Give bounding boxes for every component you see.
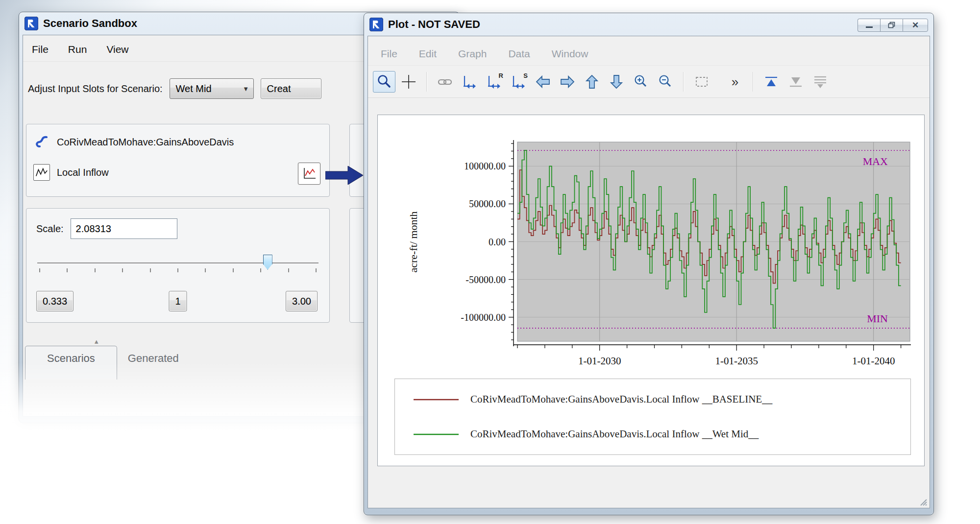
- scale-slider-handle[interactable]: [263, 255, 272, 270]
- legend-entry-wetmid[interactable]: CoRivMeadToMohave:GainsAboveDavis.Local …: [395, 428, 910, 440]
- max-label: MAX: [863, 155, 888, 167]
- toolbar-overflow-button[interactable]: »: [724, 71, 746, 93]
- y-tick-label: 100000.00: [464, 161, 506, 171]
- x-tick-label: 1-01-2035: [715, 355, 758, 367]
- input-slot-groupbox: CoRivMeadToMohave:GainsAboveDavis Local …: [26, 124, 330, 197]
- slider-ticks: [39, 268, 317, 272]
- scale-value-input[interactable]: [71, 218, 177, 239]
- legend-entry-baseline[interactable]: CoRivMeadToMohave:GainsAboveDavis.Local …: [395, 393, 910, 405]
- x-tick-label: 1-01-2040: [852, 355, 895, 367]
- plot-content: File Edit Graph Data Window: [368, 36, 930, 508]
- menu-item-run[interactable]: Run: [68, 44, 87, 55]
- menu-item-edit[interactable]: Edit: [419, 48, 437, 60]
- scale-row: Scale:: [36, 218, 177, 239]
- axis-letter-s: S: [523, 72, 528, 79]
- chevron-double-right-icon: »: [729, 75, 741, 88]
- zoom-select-button[interactable]: [373, 71, 395, 93]
- menu-item-view[interactable]: View: [106, 44, 128, 55]
- adjust-slots-row: Adjust Input Slots for Scenario: Wet Mid…: [28, 78, 321, 99]
- maximize-button[interactable]: [880, 19, 903, 32]
- riverware-logo-icon: [24, 17, 38, 30]
- pan-right-button[interactable]: [556, 71, 579, 93]
- y-axis-title: acre-ft/ month: [407, 211, 419, 272]
- lines-triangle-down-icon: [812, 74, 828, 90]
- chevron-down-icon: ▼: [239, 85, 253, 93]
- sandbox-title: Scenario Sandbox: [43, 17, 137, 30]
- y-tick-label: 50000.00: [469, 198, 506, 209]
- open-plot-button[interactable]: [298, 163, 320, 185]
- select-region-button[interactable]: [690, 71, 713, 93]
- minimize-button[interactable]: [858, 19, 880, 32]
- tab-generated[interactable]: Generated: [128, 352, 179, 380]
- mini-plot-icon: [300, 166, 318, 182]
- menu-item-data[interactable]: Data: [508, 48, 530, 60]
- desktop: Scenario Sandbox File Run View Adjust In…: [0, 0, 980, 524]
- pan-down-button[interactable]: [605, 71, 628, 93]
- minimize-icon: [866, 26, 873, 28]
- legend-label-wetmid: CoRivMeadToMohave:GainsAboveDavis.Local …: [470, 428, 759, 440]
- scale-min-button[interactable]: 0.333: [36, 291, 74, 311]
- pan-up-button[interactable]: [581, 71, 603, 93]
- zoom-out-icon: [658, 74, 673, 90]
- plot-panel: MAXMIN100000.0050000.000.00-50000.00-100…: [377, 115, 925, 466]
- menu-item-file[interactable]: File: [32, 44, 49, 55]
- scale-one-button[interactable]: 1: [169, 291, 187, 311]
- slot-object-name: CoRivMeadToMohave:GainsAboveDavis: [57, 137, 234, 148]
- dashed-rectangle-icon: [694, 74, 710, 90]
- line-list-button[interactable]: [809, 71, 832, 93]
- zoom-in-button[interactable]: [630, 71, 652, 93]
- triangle-down-line-icon: [788, 74, 804, 90]
- plot-canvas[interactable]: MAXMIN100000.0050000.000.00-50000.00-100…: [378, 115, 925, 372]
- sandbox-tabs: Scenarios Generated: [25, 346, 179, 380]
- crosshair-button[interactable]: [397, 71, 420, 93]
- flow-arrow-icon: [325, 165, 364, 186]
- restore-icon: [888, 22, 896, 28]
- axis-scale-icon: [462, 74, 477, 90]
- tab-scenarios[interactable]: Scenarios: [25, 346, 117, 380]
- link-axes-button[interactable]: [434, 71, 456, 93]
- slot-name-label: Local Inflow: [57, 167, 109, 178]
- zoom-in-icon: [633, 74, 649, 90]
- arrow-left-icon: [535, 74, 551, 90]
- axis-letter-r: R: [499, 72, 503, 79]
- menu-item-graph[interactable]: Graph: [458, 48, 487, 60]
- scale-max-button[interactable]: 3.00: [286, 291, 318, 311]
- legend-line-icon: [414, 398, 459, 401]
- arrow-down-icon: [609, 74, 624, 90]
- menu-item-window[interactable]: Window: [552, 48, 588, 60]
- scale-axis-r-button[interactable]: R: [483, 71, 505, 93]
- scale-slider[interactable]: [37, 254, 318, 279]
- scenario-combobox-value: Wet Mid: [170, 83, 239, 95]
- adjust-slots-label: Adjust Input Slots for Scenario:: [28, 83, 163, 95]
- plot-titlebar[interactable]: Plot - NOT SAVED ✕: [368, 13, 930, 36]
- create-scenario-button[interactable]: Creat: [261, 78, 321, 99]
- pan-left-button[interactable]: [532, 71, 554, 93]
- scale-preset-buttons: 0.333 1 3.00: [26, 291, 329, 312]
- arrow-right-icon: [560, 74, 575, 90]
- arrow-up-icon: [584, 74, 600, 90]
- close-button[interactable]: ✕: [903, 19, 928, 32]
- y-tick-label: -100000.00: [461, 312, 506, 323]
- slider-track[interactable]: [37, 262, 318, 263]
- scale-axis-s-button[interactable]: S: [507, 71, 530, 93]
- plot-menubar: File Edit Graph Data Window: [368, 36, 930, 66]
- toolbar-separator: [683, 72, 684, 92]
- menu-item-file[interactable]: File: [381, 48, 397, 60]
- slot-object-row[interactable]: CoRivMeadToMohave:GainsAboveDavis: [33, 131, 234, 153]
- y-tick-label: -50000.00: [466, 274, 506, 285]
- resize-grip[interactable]: [919, 498, 928, 506]
- line-min-button[interactable]: [784, 71, 807, 93]
- y-tick-label: 0.00: [489, 237, 506, 247]
- caret-icon: ▴: [95, 337, 98, 346]
- slot-icon: [33, 134, 50, 150]
- zoom-out-button[interactable]: [654, 71, 677, 93]
- series-slot-icon: [33, 164, 50, 181]
- slot-name-row[interactable]: Local Inflow: [33, 162, 109, 183]
- link-icon: [437, 74, 453, 90]
- toolbar-separator: [753, 72, 754, 92]
- line-max-button[interactable]: [760, 71, 783, 93]
- scale-axis-button[interactable]: [458, 71, 481, 93]
- scenario-combobox[interactable]: Wet Mid ▼: [170, 78, 254, 99]
- scale-label: Scale:: [36, 223, 64, 235]
- x-tick-label: 1-01-2030: [578, 355, 621, 367]
